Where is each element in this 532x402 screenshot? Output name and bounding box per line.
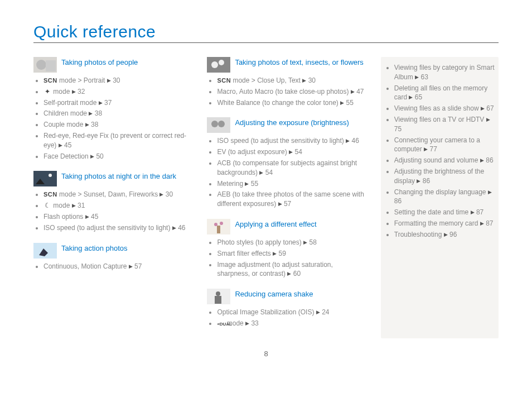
list-item: Viewing files as a slide show ▶ 67 [394, 104, 495, 113]
scn-label: SCN [217, 77, 231, 84]
page-ref[interactable]: 54 [265, 169, 273, 176]
page-ref[interactable]: 46 [352, 137, 359, 145]
page-ref[interactable]: 67 [486, 104, 494, 112]
section-title[interactable]: Reducing camera shake [235, 289, 313, 299]
section-title[interactable]: Taking action photos [61, 243, 128, 253]
item-text: Flash options [43, 213, 83, 221]
page-ref[interactable]: 32 [78, 88, 85, 95]
page-ref[interactable]: 31 [78, 202, 85, 209]
list-item: Smart filter effects ▶ 59 [217, 249, 367, 259]
page-ref[interactable]: 46 [178, 224, 185, 232]
section-title[interactable]: Taking photos of people [61, 57, 138, 67]
page-ref[interactable]: 55 [251, 180, 258, 188]
page-ref[interactable]: 63 [420, 73, 428, 81]
list-item: ACB (to compensate for subjects against … [217, 159, 367, 178]
item-list: SCN mode > Sunset, Dawn, Fireworks ▶ 30☾… [33, 190, 194, 232]
item-text: Viewing files as a slide show [394, 104, 479, 112]
page-ref[interactable]: 30 [113, 76, 120, 84]
list-item: ISO speed (to adjust the sensitivity to … [43, 223, 194, 233]
item-list: Optical Image Stabilization (OIS) ▶ 24«D… [207, 308, 367, 328]
page-ref[interactable]: 33 [251, 319, 258, 327]
page-ref[interactable]: 24 [322, 308, 329, 316]
page-ref-arrow: ▶ [471, 209, 475, 215]
page-ref[interactable]: 54 [294, 148, 302, 156]
page-ref[interactable]: 65 [415, 93, 422, 101]
page-ref[interactable]: 57 [134, 262, 142, 270]
item-text: mode > Sunset, Dawn, Fireworks [57, 190, 158, 198]
page-ref-arrow: ▶ [273, 251, 277, 256]
svg-rect-2 [46, 60, 56, 71]
item-text: Metering [217, 180, 243, 188]
page-ref-arrow: ▶ [59, 142, 62, 148]
list-item: White Balance (to change the color tone)… [217, 98, 367, 108]
item-text: ISO speed (to adjust the sensitivity to … [43, 224, 170, 232]
item-text: mode [51, 88, 70, 95]
page-ref-arrow: ▶ [245, 320, 249, 326]
section-title[interactable]: Taking photos of text, insects, or flowe… [235, 57, 364, 67]
section-thumbnail [33, 57, 57, 73]
list-item: ✦ mode ▶ 32 [43, 87, 194, 97]
page-ref[interactable]: 30 [166, 190, 173, 198]
page-ref-arrow: ▶ [480, 157, 484, 163]
list-item: «DUAL mode ▶ 33 [217, 319, 367, 328]
page-ref[interactable]: 75 [394, 125, 402, 133]
svg-rect-18 [217, 226, 220, 233]
page-ref[interactable]: 60 [293, 270, 301, 277]
page-ref-arrow: ▶ [90, 154, 94, 159]
item-text: Continuous, Motion Capture [43, 262, 127, 270]
page-ref[interactable]: 38 [91, 121, 98, 128]
page-ref[interactable]: 77 [429, 145, 437, 153]
item-text: Children mode [43, 109, 87, 117]
dual-icon: «DUAL [217, 321, 225, 327]
page-ref[interactable]: 50 [96, 152, 103, 160]
page-ref-arrow: ▶ [303, 240, 307, 245]
mode-icon: ☾ [43, 201, 51, 210]
page-ref-arrow: ▶ [72, 89, 76, 94]
page-ref[interactable]: 45 [91, 213, 98, 221]
page-ref[interactable]: 87 [486, 219, 493, 227]
svg-point-11 [219, 60, 224, 65]
page-ref[interactable]: 86 [394, 197, 402, 205]
page-ref[interactable]: 59 [279, 250, 286, 257]
page-ref[interactable]: 86 [423, 177, 430, 185]
section-header: Reducing camera shake [207, 289, 367, 304]
page-ref[interactable]: 45 [64, 141, 71, 149]
page-ref[interactable]: 37 [104, 99, 112, 107]
page-ref[interactable]: 96 [449, 231, 457, 238]
list-item: Setting the date and time ▶ 87 [394, 208, 495, 217]
list-item: Flash options ▶ 45 [43, 212, 194, 222]
page-ref[interactable]: 58 [309, 238, 316, 246]
item-text: mode [225, 319, 243, 327]
item-text: White Balance (to change the color tone) [217, 99, 338, 107]
list-item: AEB (to take three photos of the same sc… [217, 190, 367, 209]
page-ref[interactable]: 47 [356, 88, 364, 95]
section-thumbnail [33, 171, 57, 186]
item-text: EV (to adjust exposure) [217, 148, 287, 156]
section-thumbnail [207, 219, 230, 234]
page-ref-arrow: ▶ [351, 89, 355, 94]
item-text: Viewing files by category in Smart Album [394, 64, 495, 81]
page-ref-arrow: ▶ [444, 232, 448, 237]
section-title[interactable]: Adjusting the exposure (brightness) [235, 117, 349, 127]
item-text: mode [51, 202, 70, 209]
page-ref[interactable]: 55 [346, 99, 354, 107]
section-header: Taking photos of people [33, 57, 194, 73]
svg-point-1 [36, 60, 46, 70]
page-ref[interactable]: 86 [486, 156, 493, 164]
item-text: Photo styles (to apply tones) [217, 238, 301, 246]
content-columns: Taking photos of peopleSCN mode > Portra… [33, 57, 499, 338]
section-title[interactable]: Applying a different effect [235, 219, 316, 229]
page-ref[interactable]: 38 [95, 109, 102, 117]
list-item: SCN mode > Close Up, Text ▶ 30 [217, 76, 367, 85]
page-ref[interactable]: 30 [308, 76, 316, 84]
page-ref[interactable]: 57 [284, 200, 291, 208]
item-list: Continuous, Motion Capture ▶ 57 [33, 262, 194, 271]
list-item: Changing the display language ▶ 86 [394, 188, 495, 207]
svg-rect-24 [215, 296, 221, 304]
page-ref-arrow: ▶ [89, 111, 93, 116]
page-ref-arrow: ▶ [245, 181, 249, 186]
column-3-sidebar: Viewing files by category in Smart Album… [381, 57, 499, 338]
item-text: Face Detection [43, 152, 89, 160]
section-title[interactable]: Taking photos at night or in the dark [61, 171, 176, 181]
page-ref[interactable]: 87 [476, 208, 483, 216]
